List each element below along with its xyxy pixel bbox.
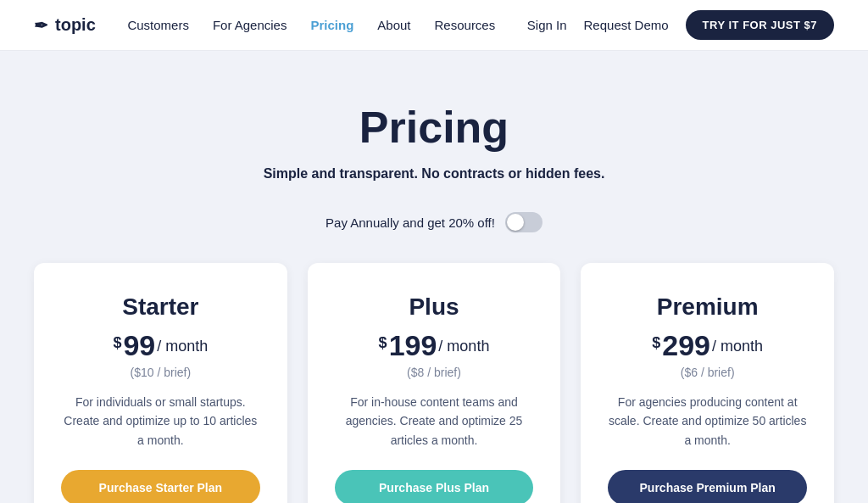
logo[interactable]: ✒ topic xyxy=(34,15,96,36)
pricing-card-plus: Plus $ 199 / month ($8 / brief) For in-h… xyxy=(308,263,561,503)
site-header: ✒ topic CustomersFor AgenciesPricingAbou… xyxy=(0,0,868,51)
price-symbol: $ xyxy=(652,334,660,352)
logo-text: topic xyxy=(55,15,96,35)
nav-item-pricing[interactable]: Pricing xyxy=(310,18,353,32)
plan-description: For individuals or small startups. Creat… xyxy=(61,393,260,450)
plan-brief: ($6 / brief) xyxy=(681,366,735,379)
annual-toggle[interactable] xyxy=(505,212,542,232)
plan-name: Premium xyxy=(657,293,759,321)
plan-price: $ 99 / month xyxy=(113,329,208,362)
nav-item-about[interactable]: About xyxy=(377,18,410,32)
header-right: Sign In Request Demo TRY IT FOR JUST $7 xyxy=(527,10,834,40)
price-period: / month xyxy=(157,338,208,355)
plan-description: For agencies producing content at scale.… xyxy=(608,393,807,450)
page-title: Pricing xyxy=(359,102,509,153)
plan-brief: ($10 / brief) xyxy=(131,366,192,379)
pricing-card-premium: Premium $ 299 / month ($6 / brief) For a… xyxy=(581,263,834,503)
price-symbol: $ xyxy=(113,334,121,352)
pricing-cards: Starter $ 99 / month ($10 / brief) For i… xyxy=(34,263,834,503)
plan-cta-button[interactable]: Purchase Starter Plan xyxy=(61,470,260,503)
price-amount: 99 xyxy=(123,329,155,362)
price-amount: 299 xyxy=(662,329,710,362)
plan-brief: ($8 / brief) xyxy=(407,366,461,379)
request-demo-link[interactable]: Request Demo xyxy=(584,18,669,32)
plan-cta-button[interactable]: Purchase Premium Plan xyxy=(608,470,807,503)
main-nav: CustomersFor AgenciesPricingAboutResourc… xyxy=(127,18,495,32)
price-symbol: $ xyxy=(379,334,387,352)
plan-name: Starter xyxy=(122,293,198,321)
plan-price: $ 199 / month xyxy=(379,329,490,362)
price-amount: 199 xyxy=(389,329,437,362)
plan-price: $ 299 / month xyxy=(652,329,763,362)
toggle-label: Pay Annually and get 20% off! xyxy=(326,215,495,230)
sign-in-link[interactable]: Sign In xyxy=(527,18,567,32)
billing-toggle-row: Pay Annually and get 20% off! xyxy=(326,212,542,232)
plan-name: Plus xyxy=(409,293,459,321)
price-period: / month xyxy=(438,338,489,355)
plan-description: For in-house content teams and agencies.… xyxy=(335,393,534,450)
nav-item-for-agencies[interactable]: For Agencies xyxy=(213,18,287,32)
price-period: / month xyxy=(712,338,763,355)
pricing-card-starter: Starter $ 99 / month ($10 / brief) For i… xyxy=(34,263,287,503)
logo-icon: ✒ xyxy=(34,15,48,36)
try-button[interactable]: TRY IT FOR JUST $7 xyxy=(686,10,834,40)
main-content: Pricing Simple and transparent. No contr… xyxy=(0,51,868,503)
nav-item-customers[interactable]: Customers xyxy=(127,18,189,32)
plan-cta-button[interactable]: Purchase Plus Plan xyxy=(335,470,534,503)
nav-item-resources[interactable]: Resources xyxy=(435,18,496,32)
pricing-subtitle: Simple and transparent. No contracts or … xyxy=(264,166,605,182)
